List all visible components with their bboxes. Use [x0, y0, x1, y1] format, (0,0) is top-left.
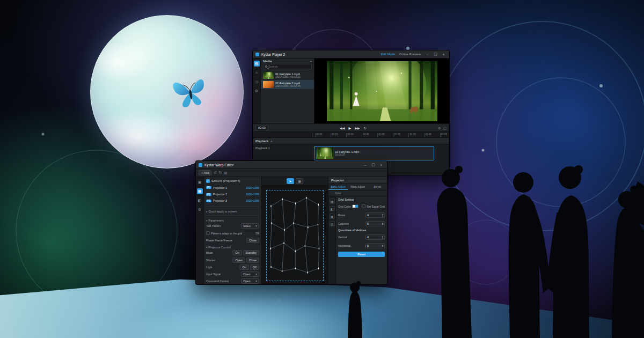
warp-mesh[interactable] [267, 191, 323, 280]
schedule-icon[interactable]: ◷ [254, 79, 260, 85]
rows-stepper[interactable]: 4 ▴▾ [365, 212, 385, 218]
settings-icon[interactable]: ⚙ [254, 88, 260, 94]
media-list-item[interactable]: 01 Fairytale 1.mp4 1920×1080 | 00:03:20 [261, 71, 314, 80]
fullscreen-icon[interactable]: ▢ [443, 126, 447, 130]
ruler-tick: 00:15 [331, 133, 338, 137]
columns-stepper[interactable]: 5 ▴▾ [365, 221, 385, 226]
ruler-tick: 01:00 [377, 133, 384, 137]
add-screen-button[interactable]: + Add [199, 170, 211, 175]
minimize-button[interactable]: – [425, 52, 430, 57]
grid-color-swatch[interactable] [352, 204, 358, 208]
chevron-down-icon: ▾ [255, 280, 257, 283]
control-button[interactable]: On [239, 264, 248, 270]
media-search-input[interactable] [268, 65, 310, 68]
tree-root-label: Screens (Projector×4) [211, 179, 259, 182]
projector-panel-title: Projector [328, 177, 387, 184]
settings-icon[interactable]: ⚙ [197, 207, 203, 212]
close-button[interactable]: × [378, 162, 384, 168]
control-button[interactable]: Open [232, 258, 245, 263]
rows-row: Rows 4 ▴▾ [338, 211, 385, 218]
blend-icon[interactable]: ◧ [197, 197, 203, 203]
grid-view-icon[interactable]: ▦ [330, 199, 335, 204]
media-library-icon[interactable]: ▤ [254, 61, 260, 67]
tab-warp-adjust[interactable]: Warp Adjust [348, 184, 367, 190]
preview-area [314, 58, 449, 123]
projector-control-header[interactable]: ▾ Projector Control [206, 246, 259, 249]
playlist-icon[interactable]: ≡ [254, 70, 260, 76]
equal-grid-checkbox[interactable] [362, 204, 365, 208]
control-button[interactable]: Off [250, 264, 259, 270]
timeline-ruler[interactable]: 00:0000:1500:3000:4501:0001:1501:3001:45… [253, 132, 449, 138]
warp-icon[interactable]: ▦ [197, 188, 203, 194]
control-row: Shutter Open Close [206, 257, 259, 263]
chevron-down-icon: ▾ [206, 219, 208, 222]
projector-name: Projector 2 [213, 193, 244, 196]
quick-apply-row[interactable]: ▸ Quick apply to screen [206, 210, 259, 213]
vertices-header: Quantities of Vertices [338, 229, 385, 232]
edit-mode-button[interactable]: Edit Mode [381, 53, 396, 56]
add-media-button[interactable]: + [310, 60, 312, 63]
layers-icon[interactable]: ▥ [224, 171, 227, 175]
projector-resolution: 1920×1080 [246, 186, 259, 189]
maximize-button[interactable]: ▢ [370, 162, 376, 168]
close-button[interactable]: × [441, 52, 447, 57]
ruler-tick: 00:45 [362, 133, 369, 137]
projector-row[interactable]: P1 Projector 1 1920×1080 [206, 185, 259, 190]
command-control-select[interactable]: Open ▾ [241, 278, 259, 284]
media-item-meta: 1920×1080 | 00:03:20 [275, 76, 301, 78]
loop-button[interactable]: ↻ [363, 126, 366, 130]
grid-color-row: Grid Color Set Equal Grid [338, 203, 385, 210]
reset-button[interactable]: Reset [338, 252, 385, 257]
media-list-item[interactable]: 02 Fairytale 2.mp4 1920×1080 | 00:02:45 [261, 80, 314, 89]
add-track-button[interactable]: + [270, 139, 273, 143]
tab-blend[interactable]: Blend [368, 184, 387, 190]
maximize-button[interactable]: ▢ [433, 52, 438, 57]
chevron-down-icon: ▾ [206, 246, 208, 249]
clip-thumbnail [316, 148, 333, 159]
projector-row[interactable]: P2 Projector 2 1920×1080 [206, 192, 259, 197]
butterfly-icon [167, 69, 211, 112]
parameters-header[interactable]: ▾ Parameters [206, 219, 259, 222]
vertical-label: Vertical [338, 236, 347, 239]
projector-name: Projector 3 [213, 199, 244, 202]
projector-row[interactable]: P3 Projector 3 1920×1080 [206, 198, 259, 203]
tab-color[interactable]: Color [328, 190, 348, 196]
layers-view-icon[interactable]: ▥ [330, 221, 335, 226]
input-signal-select[interactable]: Open ▾ [241, 271, 259, 277]
online-preview-button[interactable]: Online Preview [399, 53, 421, 56]
frame-freeze-button[interactable]: Close [246, 238, 259, 243]
control-button[interactable]: On [232, 250, 241, 255]
play-button[interactable]: ▶ [349, 126, 352, 130]
config-titlebar[interactable]: Kystar Warp Editor – ▢ × [196, 161, 387, 169]
checkbox-checked-icon[interactable]: ✓ [206, 179, 210, 183]
command-control-label: Command Control [206, 280, 229, 283]
rows-label: Rows [338, 214, 345, 217]
control-button[interactable]: Close [246, 258, 259, 263]
equal-grid-label: Set Equal Grid [367, 205, 385, 208]
grid-tool-button[interactable]: ▦ [296, 178, 303, 184]
redo-icon[interactable]: ↻ [219, 171, 222, 175]
horizontal-stepper[interactable]: 5 ▴▾ [365, 243, 385, 248]
select-tool-button[interactable]: ➤ [287, 178, 294, 184]
control-button[interactable]: Standby [243, 250, 259, 255]
media-search[interactable] [263, 64, 312, 69]
screen-view-icon[interactable]: ▣ [330, 214, 335, 219]
previous-button[interactable]: ◀◀ [340, 126, 345, 130]
player-titlebar[interactable]: Kystar Player 2 Edit Mode Online Preview… [253, 50, 449, 58]
media-thumbnail [263, 72, 274, 79]
vertical-stepper[interactable]: 4 ▴▾ [365, 234, 385, 240]
warp-canvas[interactable] [262, 186, 328, 285]
ruler-tick: 00:00 [315, 133, 322, 137]
tree-root-row[interactable]: ✓ Screens (Projector×4) [206, 178, 259, 183]
projector-resolution: 1920×1080 [246, 199, 259, 202]
blend-view-icon[interactable]: ◧ [330, 206, 335, 211]
next-button[interactable]: ▶▶ [355, 126, 360, 130]
minimize-button[interactable]: – [362, 162, 368, 168]
undo-icon[interactable]: ↺ [214, 171, 216, 175]
timeline-clip[interactable]: 01 Fairytale 1.mp4 00:03:20 [314, 146, 434, 160]
checkbox-unchecked-icon[interactable] [206, 231, 210, 235]
screen-icon[interactable]: ▣ [197, 179, 203, 185]
settings-icon[interactable]: ⚙ [438, 126, 441, 130]
tab-basic-adjust[interactable]: Basic Adjust [328, 184, 348, 190]
test-pattern-select[interactable]: Video ▾ [241, 223, 259, 229]
